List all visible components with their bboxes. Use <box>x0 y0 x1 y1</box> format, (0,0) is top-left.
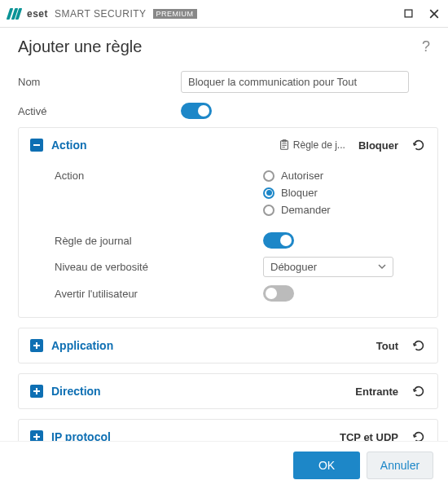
cancel-button[interactable]: Annuler <box>367 452 433 479</box>
panel-action-meta-text: Règle de j... <box>293 139 345 151</box>
panel-action-header[interactable]: Action Règle de j... Bloquer <box>19 128 437 162</box>
rule-name-input[interactable] <box>181 71 409 93</box>
undo-icon[interactable] <box>411 338 426 353</box>
expand-icon <box>30 339 43 352</box>
verbosity-label: Niveau de verbosité <box>55 261 242 273</box>
radio-block[interactable]: Bloquer <box>263 187 331 199</box>
help-icon[interactable]: ? <box>422 38 430 55</box>
warn-label: Avertir l'utilisateur <box>55 288 242 300</box>
expand-icon <box>30 385 43 398</box>
panel-direction-header[interactable]: Direction Entrante <box>19 374 437 408</box>
journal-label: Règle de journal <box>55 235 242 247</box>
radio-block-icon <box>263 187 275 199</box>
panel-application-title: Application <box>51 339 113 352</box>
eset-stripes-icon <box>7 8 23 20</box>
journal-toggle[interactable] <box>263 232 294 249</box>
panel-action-meta: Règle de j... <box>279 139 345 151</box>
chevron-down-icon <box>378 261 386 273</box>
brand-edition: PREMIUM <box>153 9 197 19</box>
enabled-label: Activé <box>18 105 181 117</box>
radio-allow[interactable]: Autoriser <box>263 170 331 182</box>
ok-button[interactable]: OK <box>293 452 360 479</box>
radio-ask[interactable]: Demander <box>263 204 331 216</box>
clipboard-icon <box>279 139 290 151</box>
panel-application: Application Tout <box>18 328 438 363</box>
window-maximize-button[interactable] <box>402 8 414 20</box>
verbosity-select[interactable]: Déboguer <box>263 257 393 277</box>
app-logo: eset SMART SECURITY PREMIUM <box>8 8 197 20</box>
titlebar: eset SMART SECURITY PREMIUM <box>0 0 448 28</box>
dialog-footer: OK Annuler <box>0 441 448 489</box>
panel-direction-title: Direction <box>51 385 101 398</box>
panels-scroll-area[interactable]: Action Règle de j... Bloquer <box>0 124 446 450</box>
warn-toggle[interactable] <box>263 285 294 302</box>
name-label: Nom <box>18 76 181 88</box>
radio-ask-icon <box>263 205 275 216</box>
radio-block-label: Bloquer <box>281 187 318 199</box>
panel-action-title: Action <box>51 139 87 152</box>
page-title: Ajouter une règle <box>18 37 142 56</box>
panel-application-summary: Tout <box>376 340 398 352</box>
window-close-button[interactable] <box>428 8 440 20</box>
verbosity-value: Déboguer <box>270 261 317 273</box>
svg-rect-0 <box>405 10 412 17</box>
radio-allow-icon <box>263 170 275 182</box>
brand-eset: eset <box>27 8 48 20</box>
radio-ask-label: Demander <box>281 204 331 216</box>
brand-product: SMART SECURITY <box>55 8 147 20</box>
collapse-icon <box>30 139 43 152</box>
enabled-toggle[interactable] <box>181 103 212 119</box>
panel-application-header[interactable]: Application Tout <box>19 328 437 363</box>
undo-icon[interactable] <box>411 138 426 152</box>
action-option-label: Action <box>55 170 242 182</box>
undo-icon[interactable] <box>411 384 426 399</box>
radio-allow-label: Autoriser <box>281 170 323 182</box>
panel-action: Action Règle de j... Bloquer <box>18 127 438 318</box>
page-header: Ajouter une règle ? <box>0 28 448 63</box>
panel-action-summary: Bloquer <box>358 139 398 152</box>
panel-direction: Direction Entrante <box>18 373 438 409</box>
panel-direction-summary: Entrante <box>355 385 398 398</box>
